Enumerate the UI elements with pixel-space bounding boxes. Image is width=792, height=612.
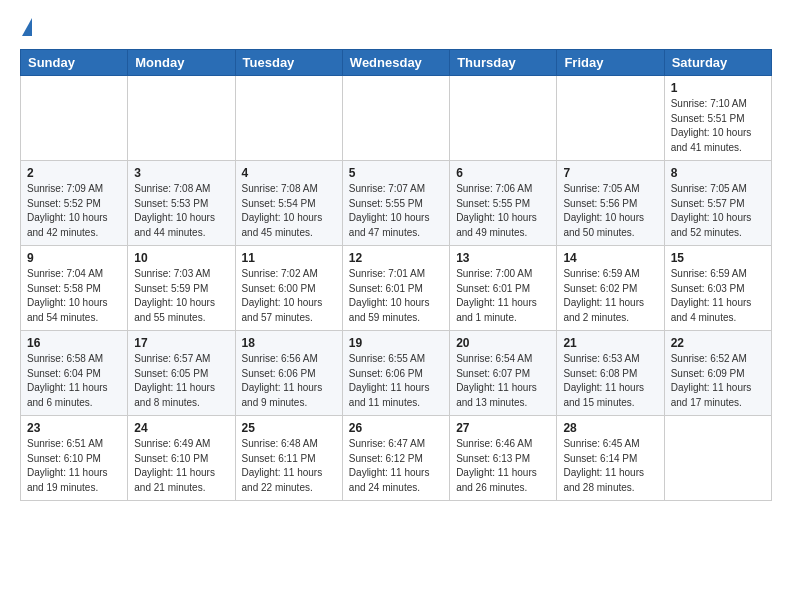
calendar-cell (21, 76, 128, 161)
header (20, 18, 772, 39)
day-info: Sunrise: 6:45 AM Sunset: 6:14 PM Dayligh… (563, 437, 657, 495)
day-number: 7 (563, 166, 657, 180)
day-info: Sunrise: 6:46 AM Sunset: 6:13 PM Dayligh… (456, 437, 550, 495)
calendar-week-row: 2Sunrise: 7:09 AM Sunset: 5:52 PM Daylig… (21, 161, 772, 246)
weekday-header-monday: Monday (128, 50, 235, 76)
day-number: 27 (456, 421, 550, 435)
day-info: Sunrise: 6:54 AM Sunset: 6:07 PM Dayligh… (456, 352, 550, 410)
calendar-cell: 2Sunrise: 7:09 AM Sunset: 5:52 PM Daylig… (21, 161, 128, 246)
calendar-cell: 4Sunrise: 7:08 AM Sunset: 5:54 PM Daylig… (235, 161, 342, 246)
day-info: Sunrise: 7:02 AM Sunset: 6:00 PM Dayligh… (242, 267, 336, 325)
day-number: 4 (242, 166, 336, 180)
weekday-header-wednesday: Wednesday (342, 50, 449, 76)
day-number: 19 (349, 336, 443, 350)
day-info: Sunrise: 6:52 AM Sunset: 6:09 PM Dayligh… (671, 352, 765, 410)
day-number: 18 (242, 336, 336, 350)
calendar-cell (342, 76, 449, 161)
calendar-cell: 28Sunrise: 6:45 AM Sunset: 6:14 PM Dayli… (557, 416, 664, 501)
calendar-cell: 19Sunrise: 6:55 AM Sunset: 6:06 PM Dayli… (342, 331, 449, 416)
day-info: Sunrise: 6:59 AM Sunset: 6:02 PM Dayligh… (563, 267, 657, 325)
calendar-cell: 14Sunrise: 6:59 AM Sunset: 6:02 PM Dayli… (557, 246, 664, 331)
weekday-header-thursday: Thursday (450, 50, 557, 76)
day-number: 23 (27, 421, 121, 435)
calendar-cell: 8Sunrise: 7:05 AM Sunset: 5:57 PM Daylig… (664, 161, 771, 246)
weekday-header-tuesday: Tuesday (235, 50, 342, 76)
page: SundayMondayTuesdayWednesdayThursdayFrid… (0, 0, 792, 519)
day-number: 24 (134, 421, 228, 435)
weekday-header-saturday: Saturday (664, 50, 771, 76)
day-info: Sunrise: 7:09 AM Sunset: 5:52 PM Dayligh… (27, 182, 121, 240)
day-number: 8 (671, 166, 765, 180)
calendar-week-row: 9Sunrise: 7:04 AM Sunset: 5:58 PM Daylig… (21, 246, 772, 331)
calendar-cell: 12Sunrise: 7:01 AM Sunset: 6:01 PM Dayli… (342, 246, 449, 331)
calendar-header-row: SundayMondayTuesdayWednesdayThursdayFrid… (21, 50, 772, 76)
day-number: 9 (27, 251, 121, 265)
day-number: 25 (242, 421, 336, 435)
day-info: Sunrise: 6:48 AM Sunset: 6:11 PM Dayligh… (242, 437, 336, 495)
calendar-cell: 13Sunrise: 7:00 AM Sunset: 6:01 PM Dayli… (450, 246, 557, 331)
day-number: 28 (563, 421, 657, 435)
day-number: 12 (349, 251, 443, 265)
day-number: 17 (134, 336, 228, 350)
calendar-cell: 15Sunrise: 6:59 AM Sunset: 6:03 PM Dayli… (664, 246, 771, 331)
day-number: 10 (134, 251, 228, 265)
calendar-week-row: 16Sunrise: 6:58 AM Sunset: 6:04 PM Dayli… (21, 331, 772, 416)
day-info: Sunrise: 7:06 AM Sunset: 5:55 PM Dayligh… (456, 182, 550, 240)
calendar-cell (128, 76, 235, 161)
day-info: Sunrise: 6:57 AM Sunset: 6:05 PM Dayligh… (134, 352, 228, 410)
calendar-cell: 16Sunrise: 6:58 AM Sunset: 6:04 PM Dayli… (21, 331, 128, 416)
calendar-cell: 25Sunrise: 6:48 AM Sunset: 6:11 PM Dayli… (235, 416, 342, 501)
day-info: Sunrise: 6:53 AM Sunset: 6:08 PM Dayligh… (563, 352, 657, 410)
calendar-week-row: 23Sunrise: 6:51 AM Sunset: 6:10 PM Dayli… (21, 416, 772, 501)
calendar-cell: 18Sunrise: 6:56 AM Sunset: 6:06 PM Dayli… (235, 331, 342, 416)
calendar-cell: 10Sunrise: 7:03 AM Sunset: 5:59 PM Dayli… (128, 246, 235, 331)
day-number: 3 (134, 166, 228, 180)
day-number: 11 (242, 251, 336, 265)
day-info: Sunrise: 7:03 AM Sunset: 5:59 PM Dayligh… (134, 267, 228, 325)
calendar-cell: 24Sunrise: 6:49 AM Sunset: 6:10 PM Dayli… (128, 416, 235, 501)
day-number: 22 (671, 336, 765, 350)
day-info: Sunrise: 7:08 AM Sunset: 5:53 PM Dayligh… (134, 182, 228, 240)
day-info: Sunrise: 6:49 AM Sunset: 6:10 PM Dayligh… (134, 437, 228, 495)
calendar-cell: 7Sunrise: 7:05 AM Sunset: 5:56 PM Daylig… (557, 161, 664, 246)
calendar-cell: 6Sunrise: 7:06 AM Sunset: 5:55 PM Daylig… (450, 161, 557, 246)
day-number: 14 (563, 251, 657, 265)
calendar-cell (450, 76, 557, 161)
day-number: 26 (349, 421, 443, 435)
calendar-cell (557, 76, 664, 161)
calendar-cell: 3Sunrise: 7:08 AM Sunset: 5:53 PM Daylig… (128, 161, 235, 246)
day-number: 6 (456, 166, 550, 180)
calendar-cell: 5Sunrise: 7:07 AM Sunset: 5:55 PM Daylig… (342, 161, 449, 246)
day-info: Sunrise: 6:58 AM Sunset: 6:04 PM Dayligh… (27, 352, 121, 410)
day-info: Sunrise: 6:51 AM Sunset: 6:10 PM Dayligh… (27, 437, 121, 495)
day-number: 15 (671, 251, 765, 265)
calendar-cell (664, 416, 771, 501)
calendar-cell: 26Sunrise: 6:47 AM Sunset: 6:12 PM Dayli… (342, 416, 449, 501)
day-info: Sunrise: 7:05 AM Sunset: 5:57 PM Dayligh… (671, 182, 765, 240)
calendar-cell: 9Sunrise: 7:04 AM Sunset: 5:58 PM Daylig… (21, 246, 128, 331)
calendar-cell: 22Sunrise: 6:52 AM Sunset: 6:09 PM Dayli… (664, 331, 771, 416)
logo (20, 18, 32, 39)
calendar-cell: 1Sunrise: 7:10 AM Sunset: 5:51 PM Daylig… (664, 76, 771, 161)
day-info: Sunrise: 7:08 AM Sunset: 5:54 PM Dayligh… (242, 182, 336, 240)
day-info: Sunrise: 6:56 AM Sunset: 6:06 PM Dayligh… (242, 352, 336, 410)
calendar-week-row: 1Sunrise: 7:10 AM Sunset: 5:51 PM Daylig… (21, 76, 772, 161)
day-info: Sunrise: 6:55 AM Sunset: 6:06 PM Dayligh… (349, 352, 443, 410)
weekday-header-friday: Friday (557, 50, 664, 76)
day-info: Sunrise: 6:59 AM Sunset: 6:03 PM Dayligh… (671, 267, 765, 325)
day-number: 5 (349, 166, 443, 180)
day-number: 16 (27, 336, 121, 350)
logo-triangle-icon (22, 18, 32, 36)
calendar-cell: 21Sunrise: 6:53 AM Sunset: 6:08 PM Dayli… (557, 331, 664, 416)
calendar-cell: 11Sunrise: 7:02 AM Sunset: 6:00 PM Dayli… (235, 246, 342, 331)
day-number: 2 (27, 166, 121, 180)
day-info: Sunrise: 6:47 AM Sunset: 6:12 PM Dayligh… (349, 437, 443, 495)
day-number: 1 (671, 81, 765, 95)
calendar-cell: 23Sunrise: 6:51 AM Sunset: 6:10 PM Dayli… (21, 416, 128, 501)
calendar-cell: 17Sunrise: 6:57 AM Sunset: 6:05 PM Dayli… (128, 331, 235, 416)
day-number: 13 (456, 251, 550, 265)
day-info: Sunrise: 7:01 AM Sunset: 6:01 PM Dayligh… (349, 267, 443, 325)
calendar-table: SundayMondayTuesdayWednesdayThursdayFrid… (20, 49, 772, 501)
day-info: Sunrise: 7:10 AM Sunset: 5:51 PM Dayligh… (671, 97, 765, 155)
day-number: 20 (456, 336, 550, 350)
